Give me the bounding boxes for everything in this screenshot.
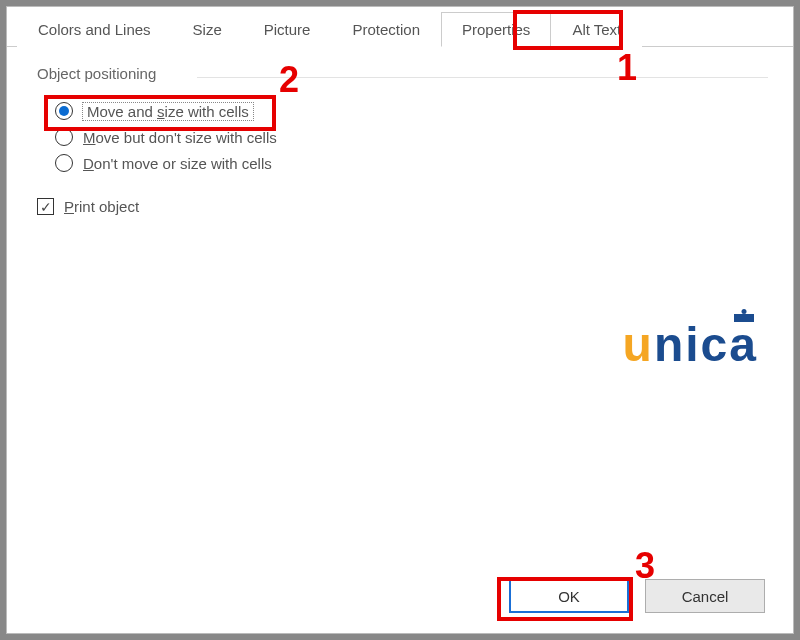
cancel-button[interactable]: Cancel <box>645 579 765 613</box>
checkbox-label: Print object <box>64 198 139 215</box>
radio-icon <box>55 128 73 146</box>
dialog-buttons: OK Cancel <box>7 579 793 633</box>
radio-label: Move and size with cells <box>83 103 253 120</box>
section-divider <box>197 77 768 78</box>
properties-panel: Object positioning Move and size with ce… <box>7 47 793 579</box>
radio-move-no-size[interactable]: Move but don't size with cells <box>55 128 763 146</box>
radio-move-and-size[interactable]: Move and size with cells <box>55 102 763 120</box>
tab-properties[interactable]: Properties <box>441 12 551 47</box>
tab-protection[interactable]: Protection <box>331 12 441 47</box>
tab-colors-and-lines[interactable]: Colors and Lines <box>17 12 172 47</box>
object-positioning-group: Move and size with cells Move but don't … <box>37 92 763 192</box>
radio-icon <box>55 102 73 120</box>
ok-button[interactable]: OK <box>509 579 629 613</box>
object-positioning-label: Object positioning <box>37 65 156 82</box>
radio-dont-move[interactable]: Don't move or size with cells <box>55 154 763 172</box>
radio-label: Don't move or size with cells <box>83 155 272 172</box>
tab-picture[interactable]: Picture <box>243 12 332 47</box>
tab-size[interactable]: Size <box>172 12 243 47</box>
tab-alt-text[interactable]: Alt Text <box>551 12 642 47</box>
radio-icon <box>55 154 73 172</box>
unica-watermark: unica <box>623 317 758 372</box>
tab-strip: Colors and Lines Size Picture Protection… <box>7 11 793 47</box>
checkbox-print-object[interactable]: ✓ Print object <box>37 198 763 215</box>
radio-label: Move but don't size with cells <box>83 129 277 146</box>
checkbox-icon: ✓ <box>37 198 54 215</box>
format-object-dialog: Colors and Lines Size Picture Protection… <box>6 6 794 634</box>
